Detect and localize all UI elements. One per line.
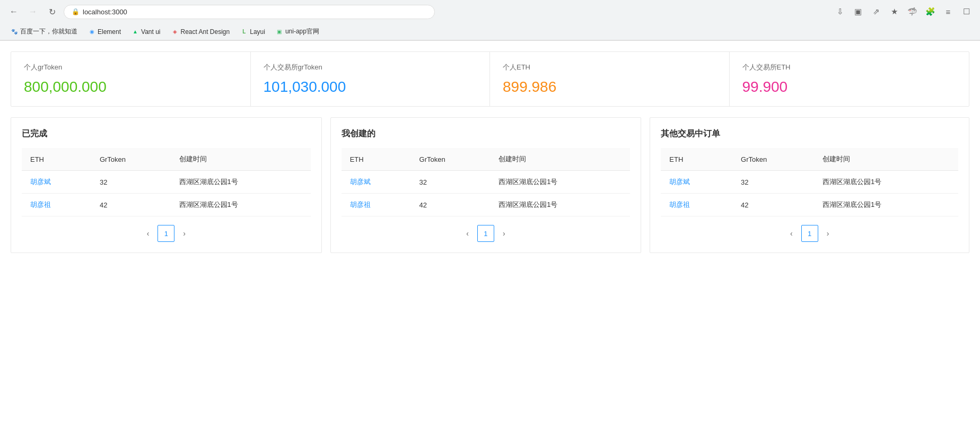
bookmark-baidu-label: 百度一下，你就知道: [20, 27, 77, 36]
stat-value-grtoken: 800,000.000: [24, 79, 238, 95]
table-header-row-completed: ETH GrToken 创建时间: [22, 148, 311, 171]
screenshot-icon[interactable]: ▣: [851, 4, 865, 19]
row2-eth-completed[interactable]: 胡彦祖: [22, 194, 91, 216]
bookmark-star-icon[interactable]: ★: [887, 4, 902, 19]
prev-page-others[interactable]: ‹: [786, 227, 797, 240]
browser-chrome: ← → ↻ 🔒 localhost:3000 ⇩ ▣ ⇗ ★ 🦈 🧩 ≡ ☐ 🐾…: [0, 0, 980, 41]
row1-grtoken-completed: 32: [91, 171, 171, 194]
table-completed: ETH GrToken 创建时间 胡彦斌 32 西湖区湖底公园1号 胡彦祖 42…: [22, 148, 311, 216]
forward-button[interactable]: →: [25, 4, 40, 19]
bookmark-vant[interactable]: ▲ Vant ui: [127, 27, 164, 37]
col-grtoken-others: GrToken: [732, 148, 814, 171]
row2-grtoken-others: 42: [732, 194, 814, 216]
row1-eth-others[interactable]: 胡彦斌: [661, 171, 732, 194]
lock-icon: 🔒: [72, 8, 80, 15]
address-text: localhost:3000: [83, 8, 127, 16]
page-1-mine[interactable]: 1: [477, 225, 494, 242]
next-page-completed[interactable]: ›: [179, 227, 190, 240]
col-eth-completed: ETH: [22, 148, 91, 171]
stat-label-exchange-eth: 个人交易所ETH: [742, 63, 957, 72]
pagination-mine: ‹ 1 ›: [342, 225, 631, 242]
table-header-row-mine: ETH GrToken 创建时间: [342, 148, 631, 171]
prev-page-mine[interactable]: ‹: [462, 227, 473, 240]
stat-card-eth: 个人ETH 899.986: [490, 52, 730, 106]
layui-icon: L: [240, 28, 248, 36]
bookmark-baidu[interactable]: 🐾 百度一下，你就知道: [6, 25, 82, 38]
pagination-completed: ‹ 1 ›: [22, 225, 311, 242]
row1-eth-mine[interactable]: 胡彦斌: [342, 171, 411, 194]
row2-time-completed: 西湖区湖底公园1号: [171, 194, 311, 216]
address-bar[interactable]: 🔒 localhost:3000: [64, 5, 435, 19]
prev-page-completed[interactable]: ‹: [143, 227, 154, 240]
table-row: 胡彦斌 32 西湖区湖底公园1号: [342, 171, 631, 194]
menu-icon[interactable]: ≡: [941, 4, 956, 19]
row1-grtoken-mine: 32: [411, 171, 491, 194]
uniapp-icon: ▣: [276, 28, 283, 36]
row1-grtoken-others: 32: [732, 171, 814, 194]
maximize-icon[interactable]: ☐: [959, 4, 974, 19]
row2-eth-others[interactable]: 胡彦祖: [661, 194, 732, 216]
table-row: 胡彦祖 42 西湖区湖底公园1号: [342, 194, 631, 216]
bookmark-react-ant[interactable]: ◈ React Ant Design: [167, 27, 234, 37]
row2-grtoken-mine: 42: [411, 194, 491, 216]
table-row: 胡彦祖 42 西湖区湖底公园1号: [22, 194, 311, 216]
row2-eth-mine[interactable]: 胡彦祖: [342, 194, 411, 216]
col-time-others: 创建时间: [814, 148, 958, 171]
table-row: 胡彦斌 32 西湖区湖底公园1号: [661, 171, 958, 194]
col-grtoken-mine: GrToken: [411, 148, 491, 171]
bookmark-layui[interactable]: L Layui: [236, 27, 269, 37]
table-header-row-others: ETH GrToken 创建时间: [661, 148, 958, 171]
section-mine: 我创建的 ETH GrToken 创建时间 胡彦斌 32 西湖区湖底公园1号: [330, 117, 642, 253]
stat-label-eth: 个人ETH: [503, 63, 716, 72]
stats-row: 个人grToken 800,000.000 个人交易所grToken 101,0…: [11, 51, 969, 107]
next-page-others[interactable]: ›: [822, 227, 834, 240]
bookmark-element-label: Element: [98, 28, 121, 36]
stat-label-grtoken: 个人grToken: [24, 63, 238, 72]
stat-card-grtoken: 个人grToken 800,000.000: [11, 52, 251, 106]
page-1-completed[interactable]: 1: [158, 225, 174, 242]
row1-eth-completed[interactable]: 胡彦斌: [22, 171, 91, 194]
tables-row: 已完成 ETH GrToken 创建时间 胡彦斌 32 西湖区湖底公园1号: [11, 117, 969, 253]
bookmark-uniapp-label: uni-app官网: [285, 27, 319, 36]
element-icon: ◉: [88, 28, 95, 36]
table-row: 胡彦祖 42 西湖区湖底公园1号: [661, 194, 958, 216]
col-time-mine: 创建时间: [490, 148, 630, 171]
row2-grtoken-completed: 42: [91, 194, 171, 216]
bookmark-element[interactable]: ◉ Element: [84, 27, 125, 37]
stat-label-exchange-grtoken: 个人交易所grToken: [264, 63, 477, 72]
next-page-mine[interactable]: ›: [498, 227, 510, 240]
stat-value-eth: 899.986: [503, 79, 716, 95]
bookmarks-bar: 🐾 百度一下，你就知道 ◉ Element ▲ Vant ui ◈ React …: [0, 23, 980, 40]
section-title-mine: 我创建的: [342, 128, 631, 140]
bookmark-uniapp[interactable]: ▣ uni-app官网: [272, 25, 323, 38]
page-1-others[interactable]: 1: [801, 225, 818, 242]
puzzle-icon[interactable]: 🧩: [923, 4, 938, 19]
react-ant-icon: ◈: [171, 28, 179, 36]
table-others: ETH GrToken 创建时间 胡彦斌 32 西湖区湖底公园1号 胡彦祖 42…: [661, 148, 958, 216]
pagination-others: ‹ 1 ›: [661, 225, 958, 242]
download-icon[interactable]: ⇩: [833, 4, 847, 19]
back-button[interactable]: ←: [6, 4, 21, 19]
extension-icon[interactable]: 🦈: [905, 4, 920, 19]
section-title-others: 其他交易中订单: [661, 128, 958, 140]
col-grtoken-completed: GrToken: [91, 148, 171, 171]
bookmark-layui-label: Layui: [250, 28, 265, 36]
table-mine: ETH GrToken 创建时间 胡彦斌 32 西湖区湖底公园1号 胡彦祖 42…: [342, 148, 631, 216]
row2-time-others: 西湖区湖底公园1号: [814, 194, 958, 216]
row2-time-mine: 西湖区湖底公园1号: [490, 194, 630, 216]
section-completed: 已完成 ETH GrToken 创建时间 胡彦斌 32 西湖区湖底公园1号: [11, 117, 322, 253]
stat-card-exchange-grtoken: 个人交易所grToken 101,030.000: [251, 52, 491, 106]
section-title-completed: 已完成: [22, 128, 311, 140]
table-row: 胡彦斌 32 西湖区湖底公园1号: [22, 171, 311, 194]
col-eth-mine: ETH: [342, 148, 411, 171]
reload-button[interactable]: ↻: [45, 4, 59, 19]
section-others: 其他交易中订单 ETH GrToken 创建时间 胡彦斌 32 西湖区湖底公园1…: [650, 117, 969, 253]
stat-value-exchange-grtoken: 101,030.000: [264, 79, 477, 95]
page-content: 个人grToken 800,000.000 个人交易所grToken 101,0…: [0, 41, 980, 426]
row1-time-completed: 西湖区湖底公园1号: [171, 171, 311, 194]
toolbar-right-icons: ⇩ ▣ ⇗ ★ 🦈 🧩 ≡ ☐: [833, 4, 974, 19]
col-eth-others: ETH: [661, 148, 732, 171]
bookmark-react-ant-label: React Ant Design: [181, 28, 230, 36]
share-icon[interactable]: ⇗: [869, 4, 883, 19]
row1-time-mine: 西湖区湖底公园1号: [490, 171, 630, 194]
